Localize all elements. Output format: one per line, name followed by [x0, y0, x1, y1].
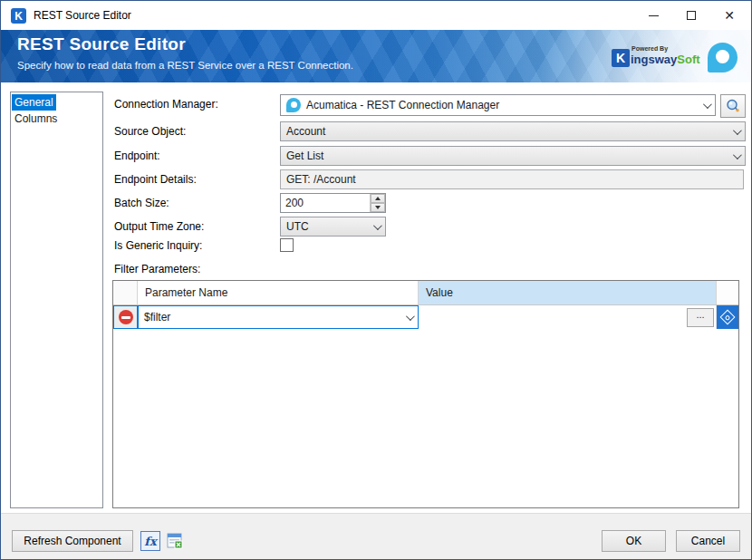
ellipsis-button[interactable]: ...	[687, 308, 714, 327]
output-time-zone-value: UTC	[286, 220, 309, 233]
connection-manager-dropdown[interactable]: Acumatica - REST Connection Manager	[280, 94, 716, 116]
chevron-down-icon	[733, 126, 742, 135]
app-icon: K	[11, 8, 26, 24]
parameter-name-dropdown[interactable]: $filter	[138, 305, 419, 329]
dialog-body: General Columns Connection Manager: Acum…	[1, 82, 751, 513]
batch-size-value: 200	[281, 194, 370, 212]
connection-manager-label: Connection Manager:	[114, 98, 218, 111]
variable-diamond-icon	[720, 310, 736, 325]
column-header-expression	[717, 281, 738, 304]
output-time-zone-dropdown[interactable]: UTC	[280, 217, 386, 237]
minimize-button[interactable]	[635, 1, 671, 30]
endpoint-details-label: Endpoint Details:	[114, 173, 197, 186]
title-bar: K REST Source Editor ✕	[1, 1, 751, 30]
value-cell[interactable]: ...	[419, 305, 717, 329]
page-subtitle: Specify how to read data from a REST Ser…	[17, 60, 353, 71]
chevron-down-icon	[373, 221, 382, 230]
soft-text: Soft	[677, 53, 699, 66]
acumatica-logo-icon	[708, 43, 738, 72]
search-icon	[725, 98, 741, 114]
rest-source-editor-dialog: K REST Source Editor ✕ REST Source Edito…	[0, 0, 752, 560]
arrow-up-icon	[375, 197, 381, 200]
delete-row-icon[interactable]	[119, 310, 133, 324]
browse-connection-button[interactable]	[720, 94, 746, 118]
is-generic-inquiry-checkbox[interactable]	[280, 238, 294, 252]
page-title: REST Source Editor	[17, 34, 186, 54]
close-icon: ✕	[724, 8, 735, 23]
spin-down-button[interactable]	[371, 203, 385, 212]
expression-variable-button[interactable]	[717, 305, 738, 329]
batch-size-label: Batch Size:	[114, 197, 169, 209]
endpoint-dropdown[interactable]: Get List	[280, 146, 746, 166]
sidebar-item-general[interactable]: General	[12, 94, 56, 111]
row-header-cell[interactable]	[113, 305, 138, 329]
parameter-name-value: $filter	[144, 311, 170, 323]
arrow-down-icon	[375, 206, 381, 209]
table-row: $filter ...	[113, 305, 738, 329]
export-grid-icon	[166, 532, 184, 550]
banner-header: REST Source Editor Specify how to read d…	[1, 30, 751, 82]
acumatica-connection-icon	[286, 98, 301, 112]
close-button[interactable]: ✕	[711, 1, 747, 30]
kingswaysoft-logo: K Powered By ingswaySoft	[612, 44, 711, 72]
column-header-parameter-name[interactable]: Parameter Name	[138, 281, 419, 304]
chevron-down-icon	[406, 312, 415, 321]
cancel-button[interactable]: Cancel	[676, 530, 740, 552]
filter-parameters-label: Filter Parameters:	[114, 263, 200, 275]
column-header-value[interactable]: Value	[419, 281, 717, 304]
endpoint-label: Endpoint:	[114, 150, 160, 162]
filter-parameters-grid: Parameter Name Value $filter ...	[112, 280, 739, 508]
output-time-zone-label: Output Time Zone:	[114, 220, 204, 233]
footer-bar: Refresh Component fx OK Cancel	[1, 513, 751, 560]
window-title: REST Source Editor	[34, 9, 131, 22]
chevron-down-icon	[703, 100, 712, 109]
kingswaysoft-k-icon: K	[612, 49, 630, 67]
maximize-button[interactable]	[673, 1, 709, 30]
chevron-down-icon	[733, 150, 742, 159]
grid-header-row: Parameter Name Value	[113, 281, 738, 305]
powered-by-label: Powered By	[631, 45, 668, 52]
expression-fx-button[interactable]: fx	[140, 531, 160, 551]
kingsway-text: ingsway	[631, 53, 677, 66]
export-settings-button[interactable]	[165, 531, 185, 551]
is-generic-inquiry-label: Is Generic Inquiry:	[114, 239, 202, 252]
sidebar-item-columns[interactable]: Columns	[12, 111, 60, 127]
grid-corner-cell	[113, 281, 138, 304]
endpoint-details-value: GET: /Account	[286, 173, 356, 186]
spin-up-button[interactable]	[371, 194, 385, 203]
ok-button[interactable]: OK	[602, 530, 666, 552]
maximize-icon	[687, 11, 696, 20]
source-object-dropdown[interactable]: Account	[280, 121, 746, 141]
endpoint-details-field: GET: /Account	[280, 169, 744, 189]
source-object-value: Account	[286, 125, 325, 138]
connection-manager-value: Acumatica - REST Connection Manager	[306, 99, 499, 111]
batch-size-stepper[interactable]: 200	[280, 193, 386, 213]
source-object-label: Source Object:	[114, 125, 186, 138]
page-list: General Columns	[10, 92, 103, 508]
minimize-icon	[649, 15, 659, 16]
endpoint-value: Get List	[286, 150, 323, 162]
refresh-component-button[interactable]: Refresh Component	[12, 530, 133, 552]
